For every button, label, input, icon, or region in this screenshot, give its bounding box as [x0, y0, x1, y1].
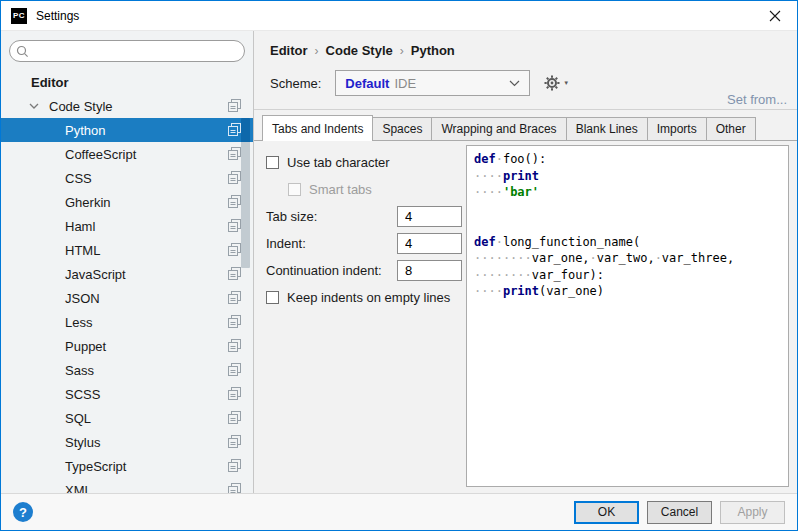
settings-search-box[interactable] — [9, 40, 245, 62]
code-line: ········var_four): — [474, 267, 788, 284]
scheme-value-secondary: IDE — [394, 76, 416, 91]
copy-settings-icon — [228, 459, 241, 472]
sidebar-item-label: Gherkin — [65, 195, 111, 210]
set-from-link[interactable]: Set from... — [727, 92, 787, 107]
tab-spaces[interactable]: Spaces — [372, 117, 432, 140]
tab-size-row: Tab size: — [266, 203, 466, 230]
sidebar-item-javascript[interactable]: JavaScript — [1, 262, 253, 286]
sidebar-item-gherkin[interactable]: Gherkin — [1, 190, 253, 214]
sidebar-scrollbar-thumb[interactable] — [241, 118, 250, 268]
sidebar-item-label: SCSS — [65, 387, 100, 402]
settings-panel: Editor›Code Style›Python Scheme: Default… — [254, 31, 797, 493]
copy-settings-icon — [228, 219, 241, 232]
breadcrumb-item-code-style: Code Style — [326, 43, 393, 58]
sidebar-item-label: Stylus — [65, 435, 100, 450]
window-title: Settings — [36, 9, 79, 23]
close-button[interactable] — [752, 1, 797, 31]
code-style-tabs: Tabs and IndentsSpacesWrapping and Brace… — [254, 110, 797, 141]
sidebar-item-scss[interactable]: SCSS — [1, 382, 253, 406]
copy-settings-icon — [228, 195, 241, 208]
sidebar-item-code-style[interactable]: Code Style — [1, 94, 253, 118]
code-line: ········var_one,·var_two,·var_three, — [474, 250, 788, 267]
copy-settings-icon — [228, 363, 241, 376]
smart-tabs-row: Smart tabs — [266, 176, 466, 203]
use-tab-character-checkbox[interactable] — [266, 156, 279, 169]
sidebar-item-json[interactable]: JSON — [1, 286, 253, 310]
use-tab-character-label: Use tab character — [287, 155, 390, 170]
copy-settings-icon — [228, 267, 241, 280]
sidebar-item-html[interactable]: HTML — [1, 238, 253, 262]
sidebar-item-editor[interactable]: Editor — [1, 70, 253, 94]
tab-tabs-and-indents[interactable]: Tabs and Indents — [262, 115, 373, 141]
scheme-actions-button[interactable]: ▼ — [544, 75, 569, 91]
copy-settings-icon — [228, 123, 241, 136]
gear-icon — [544, 75, 560, 91]
sidebar-item-label: CoffeeScript — [65, 147, 136, 162]
tab-size-input[interactable] — [397, 206, 462, 227]
copy-settings-icon — [228, 483, 241, 493]
sidebar-item-css[interactable]: CSS — [1, 166, 253, 190]
gear-caret-icon: ▼ — [563, 80, 569, 86]
sidebar-item-sass[interactable]: Sass — [1, 358, 253, 382]
indent-input[interactable] — [397, 233, 462, 254]
tab-blank-lines[interactable]: Blank Lines — [566, 117, 648, 140]
tab-wrapping-and-braces[interactable]: Wrapping and Braces — [431, 117, 566, 140]
continuation-indent-label: Continuation indent: — [266, 263, 382, 278]
sidebar-item-xml[interactable]: XML — [1, 478, 253, 493]
scheme-value-primary: Default — [345, 76, 389, 91]
scheme-select[interactable]: Default IDE — [335, 70, 530, 96]
sidebar-item-label: Sass — [65, 363, 94, 378]
tab-size-label: Tab size: — [266, 209, 317, 224]
scheme-label: Scheme: — [270, 76, 321, 91]
use-tab-character-row: Use tab character — [266, 149, 466, 176]
chevron-down-icon[interactable] — [29, 103, 41, 109]
sidebar-item-label: Code Style — [49, 99, 113, 114]
panel-header: Editor›Code Style›Python Scheme: Default… — [254, 31, 797, 110]
copy-settings-icon — [228, 387, 241, 400]
sidebar-item-sql[interactable]: SQL — [1, 406, 253, 430]
close-icon — [769, 10, 781, 22]
indent-label: Indent: — [266, 236, 306, 251]
sidebar-item-stylus[interactable]: Stylus — [1, 430, 253, 454]
title-bar: PC Settings — [1, 1, 797, 31]
sidebar-item-haml[interactable]: Haml — [1, 214, 253, 238]
sidebar-item-label: XML — [65, 483, 92, 494]
keep-indents-checkbox[interactable] — [266, 291, 279, 304]
sidebar-item-less[interactable]: Less — [1, 310, 253, 334]
copy-settings-icon — [228, 411, 241, 424]
settings-sidebar: EditorCode StylePythonCoffeeScriptCSSGhe… — [1, 31, 254, 493]
breadcrumb-item-python: Python — [411, 43, 455, 58]
ok-button[interactable]: OK — [574, 501, 639, 524]
tab-imports[interactable]: Imports — [647, 117, 707, 140]
sidebar-item-python[interactable]: Python — [1, 118, 253, 142]
sidebar-item-typescript[interactable]: TypeScript — [1, 454, 253, 478]
code-line — [474, 217, 788, 234]
search-icon — [16, 45, 29, 58]
code-line: def·long_function_name( — [474, 234, 788, 251]
copy-settings-icon — [228, 99, 241, 112]
breadcrumb-item-editor: Editor — [270, 43, 308, 58]
chevron-down-icon — [509, 80, 520, 87]
sidebar-item-label: Less — [65, 315, 92, 330]
code-line: ····print — [474, 168, 788, 185]
apply-button: Apply — [720, 501, 785, 524]
sidebar-item-label: CSS — [65, 171, 92, 186]
sidebar-item-label: Puppet — [65, 339, 106, 354]
code-line: ····print(var_one) — [474, 283, 788, 300]
tab-other[interactable]: Other — [706, 117, 756, 140]
sidebar-item-label: Python — [65, 123, 105, 138]
search-input[interactable] — [29, 42, 244, 60]
sidebar-item-label: TypeScript — [65, 459, 126, 474]
continuation-indent-row: Continuation indent: — [266, 257, 466, 284]
pycharm-logo-icon: PC — [11, 8, 27, 24]
continuation-indent-input[interactable] — [397, 260, 462, 281]
tab-content: Use tab character Smart tabs Tab size: I… — [254, 141, 797, 493]
sidebar-item-label: Editor — [31, 75, 69, 90]
breadcrumb: Editor›Code Style›Python — [270, 43, 455, 58]
cancel-button[interactable]: Cancel — [647, 501, 712, 524]
keep-indents-label: Keep indents on empty lines — [287, 290, 450, 305]
code-line: ····'bar' — [474, 184, 788, 201]
help-button[interactable]: ? — [13, 502, 33, 522]
sidebar-item-coffeescript[interactable]: CoffeeScript — [1, 142, 253, 166]
sidebar-item-puppet[interactable]: Puppet — [1, 334, 253, 358]
